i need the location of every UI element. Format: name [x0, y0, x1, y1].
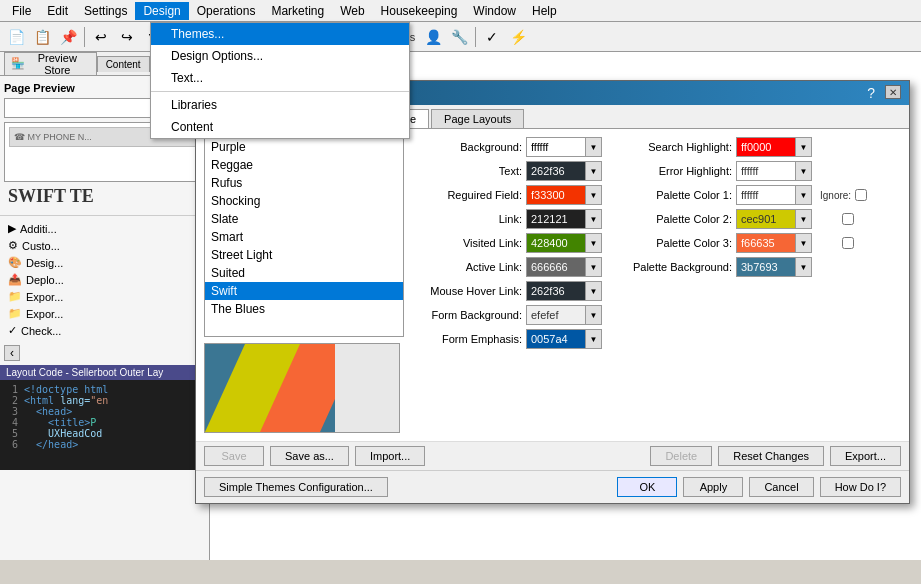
sidebar-item-design[interactable]: 🎨 Desig... — [0, 254, 209, 271]
row-form-emphasis: Form Emphasis: 0057a4 ▼ — [412, 329, 602, 349]
toolbar-icon5[interactable]: ✓ — [480, 25, 504, 49]
theme-blues[interactable]: The Blues — [205, 300, 403, 318]
sidebar-item-deploy[interactable]: 📤 Deplo... — [0, 271, 209, 288]
theme-street-light[interactable]: Street Light — [205, 246, 403, 264]
collapse-panel-btn[interactable]: ‹ — [4, 345, 20, 361]
design-dropdown-menu[interactable]: Themes... Design Options... Text... Libr… — [150, 22, 410, 139]
dialog-close-btn[interactable]: ✕ — [885, 85, 901, 99]
save-button[interactable]: Save — [204, 446, 264, 466]
search-highlight-value-box[interactable]: ff0000 ▼ — [736, 137, 812, 157]
theme-slate[interactable]: Slate — [205, 210, 403, 228]
menu-marketing[interactable]: Marketing — [263, 2, 332, 20]
theme-rufus[interactable]: Rufus — [205, 174, 403, 192]
dropdown-item-text[interactable]: Text... — [151, 67, 409, 89]
palette3-dropdown-btn[interactable]: ▼ — [796, 233, 812, 253]
sidebar-item-check[interactable]: ✓ Check... — [0, 322, 209, 339]
paste-button[interactable]: 📌 — [56, 25, 80, 49]
middle-buttons: Save Save as... Import... Delete Reset C… — [196, 441, 909, 470]
text-dropdown-btn[interactable]: ▼ — [586, 161, 602, 181]
menu-file[interactable]: File — [4, 2, 39, 20]
new-button[interactable]: 📄 — [4, 25, 28, 49]
search-highlight-dropdown-btn[interactable]: ▼ — [796, 137, 812, 157]
row-background: Background: ffffff ▼ — [412, 137, 602, 157]
link-dropdown-btn[interactable]: ▼ — [586, 209, 602, 229]
sidebar-item-export2[interactable]: 📁 Expor... — [0, 305, 209, 322]
theme-shocking[interactable]: Shocking — [205, 192, 403, 210]
dropdown-item-content[interactable]: Content — [151, 116, 409, 138]
menu-help[interactable]: Help — [524, 2, 565, 20]
visited-link-value: 428400 — [526, 233, 586, 253]
link-value-box[interactable]: 212121 ▼ — [526, 209, 602, 229]
theme-purple[interactable]: Purple — [205, 138, 403, 156]
export-button[interactable]: Export... — [830, 446, 901, 466]
theme-smart[interactable]: Smart — [205, 228, 403, 246]
import-button[interactable]: Import... — [355, 446, 425, 466]
apply-button[interactable]: Apply — [683, 477, 743, 497]
dialog-help-btn[interactable]: ? — [867, 85, 875, 101]
row-palette3: Palette Color 3: f66635 ▼ — [622, 233, 867, 253]
palette1-value-box[interactable]: ffffff ▼ — [736, 185, 812, 205]
tab-page-layouts[interactable]: Page Layouts — [431, 109, 524, 128]
theme-swift[interactable]: Swift — [205, 282, 403, 300]
theme-reggae[interactable]: Reggae — [205, 156, 403, 174]
preview-store-btn[interactable]: 🏪 Preview Store — [4, 52, 97, 76]
form-bg-value-box[interactable]: efefef ▼ — [526, 305, 602, 325]
form-emphasis-value-box[interactable]: 0057a4 ▼ — [526, 329, 602, 349]
form-emphasis-dropdown-btn[interactable]: ▼ — [586, 329, 602, 349]
ignore-checkbox-3[interactable] — [842, 237, 854, 249]
visited-link-value-box[interactable]: 428400 ▼ — [526, 233, 602, 253]
menu-edit[interactable]: Edit — [39, 2, 76, 20]
redo-button[interactable]: ↪ — [115, 25, 139, 49]
palette2-value-box[interactable]: cec901 ▼ — [736, 209, 812, 229]
delete-button[interactable]: Delete — [650, 446, 712, 466]
toolbar-sep-4 — [475, 27, 476, 47]
active-link-dropdown-btn[interactable]: ▼ — [586, 257, 602, 277]
hover-dropdown-btn[interactable]: ▼ — [586, 281, 602, 301]
reset-button[interactable]: Reset Changes — [718, 446, 824, 466]
palette-bg-value-box[interactable]: 3b7693 ▼ — [736, 257, 812, 277]
toolbar-icon4[interactable]: 🔧 — [447, 25, 471, 49]
required-value-box[interactable]: f33300 ▼ — [526, 185, 602, 205]
sidebar-item-export1[interactable]: 📁 Expor... — [0, 288, 209, 305]
hover-value-box[interactable]: 262f36 ▼ — [526, 281, 602, 301]
palette3-value-box[interactable]: f66635 ▼ — [736, 233, 812, 253]
theme-list[interactable]: Purple Reggae Rufus Shocking Slate Smart… — [204, 137, 404, 337]
form-bg-dropdown-btn[interactable]: ▼ — [586, 305, 602, 325]
sidebar-item-custom[interactable]: ⚙ Custo... — [0, 237, 209, 254]
dropdown-item-libraries[interactable]: Libraries — [151, 94, 409, 116]
ignore-checkbox-2[interactable] — [842, 213, 854, 225]
ok-button[interactable]: OK — [617, 477, 677, 497]
palette1-dropdown-btn[interactable]: ▼ — [796, 185, 812, 205]
simple-config-button[interactable]: Simple Themes Configuration... — [204, 477, 388, 497]
menu-housekeeping[interactable]: Housekeeping — [373, 2, 466, 20]
cancel-button[interactable]: Cancel — [749, 477, 813, 497]
required-dropdown-btn[interactable]: ▼ — [586, 185, 602, 205]
active-link-value-box[interactable]: 666666 ▼ — [526, 257, 602, 277]
toolbar-icon6[interactable]: ⚡ — [506, 25, 530, 49]
row-palette2: Palette Color 2: cec901 ▼ — [622, 209, 867, 229]
sidebar-item-additional[interactable]: ▶ Additi... — [0, 220, 209, 237]
menu-operations[interactable]: Operations — [189, 2, 264, 20]
visited-link-dropdown-btn[interactable]: ▼ — [586, 233, 602, 253]
how-do-i-button[interactable]: How Do I? — [820, 477, 901, 497]
tab-content[interactable]: Content — [97, 56, 150, 72]
background-value-box[interactable]: ffffff ▼ — [526, 137, 602, 157]
undo-button[interactable]: ↩ — [89, 25, 113, 49]
text-value-box[interactable]: 262f36 ▼ — [526, 161, 602, 181]
error-highlight-value-box[interactable]: ffffff ▼ — [736, 161, 812, 181]
dropdown-item-design-options[interactable]: Design Options... — [151, 45, 409, 67]
palette2-dropdown-btn[interactable]: ▼ — [796, 209, 812, 229]
dropdown-item-themes[interactable]: Themes... — [151, 23, 409, 45]
toolbar-icon3[interactable]: 👤 — [421, 25, 445, 49]
menu-web[interactable]: Web — [332, 2, 372, 20]
menu-settings[interactable]: Settings — [76, 2, 135, 20]
ignore-checkbox-1[interactable] — [855, 189, 867, 201]
menu-design[interactable]: Design — [135, 2, 188, 20]
save-as-button[interactable]: Save as... — [270, 446, 349, 466]
background-dropdown-btn[interactable]: ▼ — [586, 137, 602, 157]
palette-bg-dropdown-btn[interactable]: ▼ — [796, 257, 812, 277]
theme-suited[interactable]: Suited — [205, 264, 403, 282]
copy-button[interactable]: 📋 — [30, 25, 54, 49]
menu-window[interactable]: Window — [465, 2, 524, 20]
error-highlight-dropdown-btn[interactable]: ▼ — [796, 161, 812, 181]
